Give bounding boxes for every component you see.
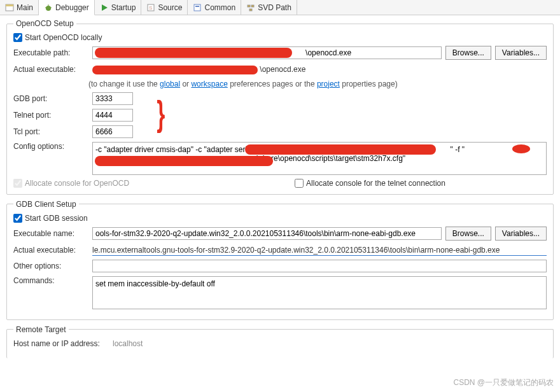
exec-path-label: Executable path: xyxy=(13,48,88,57)
svg-rect-12 xyxy=(251,5,254,7)
telnet-port-label: Telnet port: xyxy=(13,111,88,120)
tab-startup[interactable]: Startup xyxy=(95,0,142,15)
openocd-setup-group: OpenOCD Setup Start OpenOCD locally Exec… xyxy=(6,19,554,195)
alloc-console-telnet-checkbox[interactable] xyxy=(295,179,304,188)
alloc-console-openocd-label: Allocate console for OpenOCD xyxy=(25,179,129,188)
content-area: OpenOCD Setup Start OpenOCD locally Exec… xyxy=(0,15,560,367)
tcl-port-input[interactable] xyxy=(92,125,133,138)
variables-exec-button[interactable]: Variables... xyxy=(495,46,547,60)
config-options-label: Config options: xyxy=(13,142,88,151)
play-icon xyxy=(100,3,109,12)
red-brace-annotation: } xyxy=(157,95,165,131)
start-openocd-label: Start OpenOCD locally xyxy=(25,33,102,42)
variables-gdb-button[interactable]: Variables... xyxy=(495,227,547,241)
gdb-legend: GDB Client Setup xyxy=(13,200,79,209)
gdb-actual-exec-value: le.mcu.externaltools.gnu-tools-for-stm32… xyxy=(92,244,547,256)
svg-rect-1 xyxy=(6,4,13,6)
alloc-console-openocd-checkbox xyxy=(13,179,22,188)
tab-svd-label: SVD Path xyxy=(258,3,291,12)
global-link[interactable]: global xyxy=(160,80,180,88)
svd-icon xyxy=(246,3,255,12)
host-value: localhost xyxy=(113,339,143,348)
remote-legend: Remote Target xyxy=(13,325,69,334)
start-openocd-checkbox[interactable] xyxy=(13,33,22,42)
commands-textarea[interactable] xyxy=(92,276,547,309)
tab-bar: Main Debugger Startup S Source Common SV… xyxy=(0,0,560,15)
svg-rect-9 xyxy=(194,4,200,11)
bug-icon xyxy=(44,3,53,12)
svg-text:S: S xyxy=(149,5,152,11)
start-gdb-label: Start GDB session xyxy=(25,214,88,223)
gdb-client-setup-group: GDB Client Setup Start GDB session Execu… xyxy=(6,200,554,320)
tab-common[interactable]: Common xyxy=(188,0,241,15)
host-label: Host name or IP address: xyxy=(13,339,109,348)
svg-rect-10 xyxy=(195,6,199,7)
project-link[interactable]: project xyxy=(317,80,340,88)
tab-common-label: Common xyxy=(204,3,235,12)
watermark: CSDN @一只爱做笔记的码农 xyxy=(453,377,554,388)
alloc-console-telnet-label: Allocate console for the telnet connecti… xyxy=(306,179,445,188)
svg-rect-13 xyxy=(249,9,252,11)
other-options-label: Other options: xyxy=(13,262,88,270)
svg-marker-6 xyxy=(102,4,108,11)
gdb-exec-name-label: Executable name: xyxy=(13,229,88,238)
svg-rect-11 xyxy=(248,5,250,7)
source-icon: S xyxy=(146,3,155,12)
actual-exec-label: Actual executable: xyxy=(13,65,88,74)
remote-target-group: Remote Target Host name or IP address: l… xyxy=(6,325,554,358)
main-icon xyxy=(5,3,14,12)
browse-gdb-button[interactable]: Browse... xyxy=(445,227,491,241)
telnet-port-input[interactable] xyxy=(92,109,133,122)
svg-point-2 xyxy=(46,6,51,11)
change-hint: (to change it use the global or workspac… xyxy=(88,80,547,88)
gdb-port-label: GDB port: xyxy=(13,94,88,103)
gdb-actual-exec-label: Actual executable: xyxy=(13,246,88,255)
actual-exec-value: \openocd.exe xyxy=(92,64,547,76)
start-gdb-checkbox[interactable] xyxy=(13,214,22,223)
tab-source-label: Source xyxy=(158,3,182,12)
gdb-port-input[interactable] xyxy=(92,92,133,105)
workspace-link[interactable]: workspace xyxy=(191,80,227,88)
tcl-port-label: Tcl port: xyxy=(13,127,88,136)
tab-source[interactable]: S Source xyxy=(141,0,188,15)
tab-svd[interactable]: SVD Path xyxy=(241,0,297,15)
tab-main[interactable]: Main xyxy=(0,0,39,15)
tab-debugger-label: Debugger xyxy=(55,3,89,12)
openocd-legend: OpenOCD Setup xyxy=(13,19,76,28)
tab-main-label: Main xyxy=(17,3,33,12)
commands-label: Commands: xyxy=(13,276,88,285)
other-options-input[interactable] xyxy=(92,260,547,272)
tab-debugger[interactable]: Debugger xyxy=(39,0,95,15)
browse-exec-button[interactable]: Browse... xyxy=(445,46,491,60)
gdb-exec-name-input[interactable] xyxy=(92,227,442,240)
tab-startup-label: Startup xyxy=(111,3,136,12)
common-icon xyxy=(193,3,202,12)
